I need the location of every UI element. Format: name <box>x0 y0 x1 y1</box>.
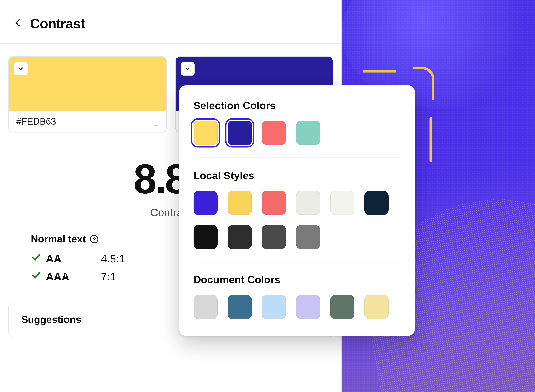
check-pass-icon <box>31 271 41 283</box>
document-colors-grid <box>194 295 401 319</box>
background-picker-button[interactable] <box>180 62 195 76</box>
check-pass-icon <box>31 252 41 265</box>
checks-heading: Normal text <box>31 233 86 245</box>
selection-color-swatch[interactable] <box>194 121 218 145</box>
help-icon[interactable]: ? <box>90 235 98 243</box>
local-style-swatch[interactable] <box>228 191 252 215</box>
selection-colors-grid <box>194 121 401 145</box>
local-style-swatch[interactable] <box>296 191 320 215</box>
local-style-swatch[interactable] <box>194 191 218 215</box>
local-style-swatch[interactable] <box>364 191 388 215</box>
canvas-yellow-stroke <box>363 70 396 74</box>
back-icon[interactable] <box>13 17 23 31</box>
local-style-swatch[interactable] <box>228 225 252 249</box>
popover-section-title-local: Local Styles <box>194 170 401 182</box>
local-style-swatch[interactable] <box>296 225 320 249</box>
document-color-swatch[interactable] <box>194 295 218 319</box>
suggestions-title: Suggestions <box>21 314 81 325</box>
check-threshold: 7:1 <box>101 271 116 283</box>
popover-section-title-selection: Selection Colors <box>194 100 401 112</box>
foreground-hex-value: #FEDB63 <box>16 116 56 127</box>
document-color-swatch[interactable] <box>262 295 286 319</box>
stepper-icon[interactable]: ⌃⌄ <box>154 118 159 125</box>
document-color-swatch[interactable] <box>228 295 252 319</box>
local-style-swatch[interactable] <box>330 191 355 215</box>
document-color-swatch[interactable] <box>296 295 320 319</box>
popover-section-title-document: Document Colors <box>194 274 401 286</box>
selection-color-swatch[interactable] <box>228 121 252 145</box>
panel-title: Contrast <box>30 16 85 32</box>
local-styles-grid <box>194 191 401 249</box>
foreground-color-card: #FEDB63 ⌃⌄ <box>8 56 166 133</box>
foreground-picker-button[interactable] <box>14 62 28 76</box>
foreground-hex-field[interactable]: #FEDB63 ⌃⌄ <box>9 111 166 132</box>
local-style-swatch[interactable] <box>194 225 218 249</box>
canvas-yellow-stroke <box>413 67 435 100</box>
check-level: AAA <box>46 271 79 283</box>
local-style-swatch[interactable] <box>262 225 286 249</box>
selection-color-swatch[interactable] <box>262 121 286 145</box>
canvas-yellow-stroke <box>429 117 433 162</box>
popover-divider <box>194 262 401 262</box>
foreground-swatch[interactable] <box>9 56 166 111</box>
panel-header: Contrast <box>0 0 341 44</box>
check-threshold: 4.5:1 <box>101 252 125 265</box>
popover-divider <box>194 157 401 158</box>
selection-color-swatch[interactable] <box>296 121 320 145</box>
document-color-swatch[interactable] <box>364 295 388 319</box>
local-style-swatch[interactable] <box>262 191 286 215</box>
document-color-swatch[interactable] <box>330 295 355 319</box>
color-picker-popover: Selection Colors Local Styles Document C… <box>179 85 415 336</box>
check-level: AA <box>46 252 79 265</box>
